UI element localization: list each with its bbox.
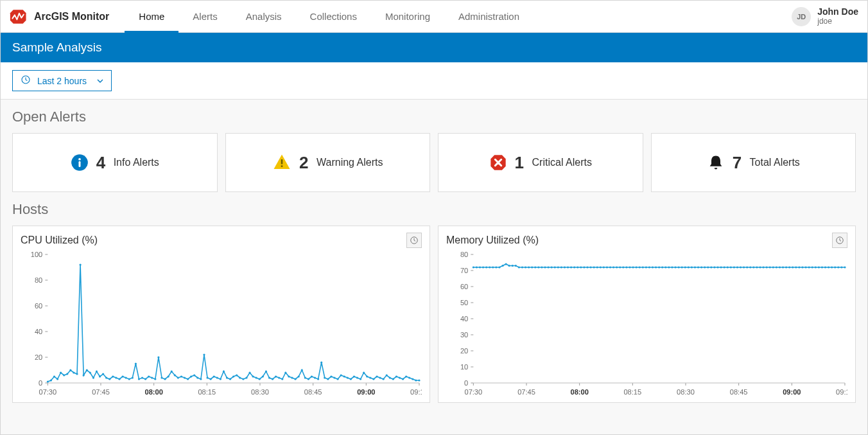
svg-point-275 [759,266,761,268]
svg-text:60: 60 [35,302,42,310]
nav-monitoring[interactable]: Monitoring [371,1,444,32]
svg-point-98 [248,371,250,373]
info-icon [71,154,89,172]
svg-point-218 [573,266,575,268]
alert-card-critical[interactable]: 1 Critical Alerts [438,133,643,192]
alert-card-warning[interactable]: 2 Warning Alerts [225,133,431,192]
alert-card-total[interactable]: 7 Total Alerts [651,133,856,192]
svg-text:09:15: 09:15 [410,388,422,396]
svg-point-80 [190,375,192,377]
svg-point-148 [412,378,413,380]
svg-point-237 [636,266,638,268]
svg-point-221 [583,266,585,268]
svg-text:07:45: 07:45 [517,388,535,396]
svg-text:07:30: 07:30 [39,388,56,396]
svg-point-210 [547,266,549,268]
svg-point-91 [226,377,228,378]
svg-point-2 [78,158,81,161]
critical-icon [489,154,507,172]
nav-home[interactable]: Home [125,1,178,32]
chart-time-button[interactable] [406,233,422,248]
svg-text:08:30: 08:30 [677,388,695,396]
user-area[interactable]: JD John Doe jdoe [792,7,858,26]
alert-card-info[interactable]: 4 Info Alerts [12,133,218,192]
svg-text:08:15: 08:15 [623,388,641,396]
svg-point-102 [262,375,264,377]
svg-point-128 [347,377,349,378]
svg-point-141 [389,377,391,378]
svg-point-43 [69,369,71,371]
svg-point-46 [79,263,81,265]
user-text: John Doe jdoe [817,7,858,26]
svg-point-290 [808,266,810,268]
svg-point-113 [298,375,300,377]
svg-point-200 [515,265,517,267]
time-range-label: Last 2 hours [37,76,87,86]
chart-time-button[interactable] [832,233,847,248]
svg-point-214 [560,266,562,268]
svg-point-109 [284,371,286,373]
chart-memory: Memory Utilized (%) 0102030405060708007:… [438,226,856,403]
svg-point-230 [612,266,614,268]
user-id: jdoe [817,17,858,26]
nav-alerts[interactable]: Alerts [178,1,231,32]
nav-collections[interactable]: Collections [296,1,371,32]
chart-title: CPU Utilized (%) [21,235,98,246]
svg-point-231 [616,266,618,268]
svg-text:09:00: 09:00 [357,388,375,396]
warning-icon [272,153,291,172]
svg-point-130 [353,375,355,377]
svg-text:07:30: 07:30 [464,388,482,396]
svg-point-78 [184,377,186,378]
svg-point-240 [645,266,647,268]
svg-point-274 [756,266,758,268]
svg-point-125 [336,378,338,380]
svg-text:80: 80 [35,276,42,284]
svg-point-74 [171,370,173,372]
user-name: John Doe [817,7,858,17]
nav-analysis[interactable]: Analysis [232,1,296,32]
nav-label: Administration [458,11,519,22]
svg-point-72 [164,378,166,380]
svg-point-282 [782,266,784,268]
nav-administration[interactable]: Administration [444,1,534,32]
svg-point-196 [501,265,503,267]
svg-point-53 [102,373,104,375]
svg-point-202 [521,266,523,268]
svg-point-247 [668,266,670,268]
app-brand[interactable]: ArcGIS Monitor [10,8,109,26]
svg-point-99 [252,375,254,377]
svg-point-97 [245,377,247,378]
svg-text:08:00: 08:00 [570,388,588,396]
svg-point-260 [710,266,712,268]
svg-point-258 [704,266,706,268]
svg-point-273 [752,266,754,268]
alert-label: Total Alerts [750,157,800,168]
alert-count: 1 [515,153,525,173]
svg-point-103 [265,370,267,372]
svg-point-189 [479,266,481,268]
svg-point-85 [206,377,208,378]
svg-point-36 [47,380,49,382]
svg-point-147 [408,377,410,378]
svg-point-39 [56,378,58,380]
charts-row: CPU Utilized (%) 02040608010007:3007:450… [12,226,856,403]
svg-point-234 [625,266,627,268]
svg-point-93 [232,375,234,377]
svg-point-265 [727,266,729,268]
svg-point-208 [541,266,542,268]
svg-rect-5 [281,165,283,167]
time-range-picker[interactable]: Last 2 hours [12,70,112,91]
svg-point-227 [603,266,605,268]
svg-point-299 [837,266,839,268]
svg-point-192 [489,266,490,268]
svg-point-284 [788,266,790,268]
svg-point-136 [372,378,374,380]
clock-icon [21,75,31,87]
nav-label: Collections [310,11,357,22]
svg-point-256 [697,266,699,268]
svg-point-293 [818,266,820,268]
svg-point-205 [531,266,533,268]
svg-point-71 [161,377,162,378]
svg-point-82 [196,377,198,378]
